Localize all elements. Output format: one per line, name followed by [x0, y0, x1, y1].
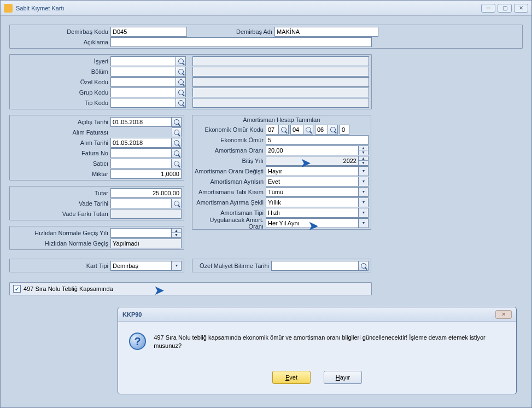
bitisyili-spinner[interactable]: ▲▼	[359, 156, 369, 166]
panel-amortization: Amortisman Hesap Tanımları Ekonomik Ömür…	[192, 115, 371, 230]
vadetarihi-input[interactable]	[110, 199, 172, 208]
search-icon	[330, 127, 336, 132]
amorttipi-dd[interactable]: ▾	[359, 208, 369, 218]
question-icon: ?	[129, 333, 146, 350]
search-icon	[178, 79, 184, 85]
miktar-input[interactable]	[110, 169, 182, 179]
search-icon	[281, 127, 287, 132]
panel-497: ✓ 497 Sıra Nolu Tebliğ Kapsamında	[9, 282, 372, 295]
ayrilsin-select[interactable]: Evet	[266, 177, 359, 186]
eok-label: Ekonomik Ömür Kodu	[195, 126, 266, 133]
alimfaturasi-lookup[interactable]	[172, 127, 182, 137]
karttipi-dd[interactable]: ▾	[172, 261, 182, 271]
hiznormyil-input[interactable]	[110, 228, 172, 238]
bolum-lookup-button[interactable]	[176, 67, 186, 77]
bolum-label: Bölüm	[12, 68, 110, 75]
acilistarihi-lookup[interactable]	[172, 117, 182, 127]
amorttipi-select[interactable]: Hızlı	[266, 208, 359, 218]
close-button[interactable]: ✕	[514, 4, 528, 13]
hiznormgecis-display: Yapılmadı	[110, 238, 182, 248]
amortoran-label: Amortisman Oranı	[195, 147, 266, 154]
amortoran-input[interactable]	[266, 145, 359, 155]
vadefarki-display	[110, 209, 182, 219]
tabikisim-label: Amortismana Tabi Kısım	[195, 189, 266, 195]
panel-identity: Demirbaş Kodu Demirbaş Adı Açıklama	[9, 25, 523, 49]
ayrilsin-dd[interactable]: ▾	[359, 177, 369, 186]
ozelmaliyet-lookup[interactable]	[359, 261, 369, 271]
grupkodu-lookup-button[interactable]	[176, 88, 186, 97]
eok2-lookup[interactable]	[303, 125, 313, 135]
uygoran-dd[interactable]: ▾	[359, 218, 369, 228]
search-icon	[306, 127, 311, 132]
arrow-annotation-icon: ➤	[308, 218, 319, 234]
chk-497[interactable]: ✓	[13, 285, 21, 293]
amortoran-spinner[interactable]: ▲▼	[359, 145, 369, 155]
ayirmasekli-select[interactable]: Yıllık	[266, 197, 359, 207]
orandeg-select[interactable]: Hayır	[266, 166, 359, 176]
isyeri-lookup-button[interactable]	[176, 56, 186, 66]
tipkodu-input[interactable]	[110, 98, 176, 108]
aciklama-input[interactable]	[110, 37, 372, 47]
no-button[interactable]: Hayır	[324, 371, 362, 384]
ozelkodu-display	[192, 77, 369, 87]
vadetarihi-lookup[interactable]	[172, 199, 182, 208]
orandeg-dd[interactable]: ▾	[359, 166, 369, 176]
eok2-input[interactable]	[290, 125, 303, 135]
maximize-button[interactable]: ▢	[498, 4, 512, 13]
chk-497-label: 497 Sıra Nolu Tebliğ Kapsamında	[24, 285, 113, 292]
miktar-label: Miktar	[12, 171, 110, 177]
dialog-titlebar: KKP90 ✕	[118, 307, 516, 322]
ozelkodu-lookup-button[interactable]	[176, 77, 186, 87]
karttipi-select[interactable]: Demirbaş	[110, 261, 172, 271]
ayirmasekli-dd[interactable]: ▾	[359, 197, 369, 207]
bitisyili-display	[266, 156, 359, 166]
search-icon	[178, 59, 184, 64]
search-icon	[361, 263, 366, 269]
isyeri-display	[192, 56, 369, 66]
bolum-input[interactable]	[110, 67, 176, 77]
search-icon	[174, 161, 179, 166]
demirbas-adi-input[interactable]	[274, 27, 378, 37]
grupkodu-input[interactable]	[110, 88, 176, 97]
alimtarihi-input[interactable]	[110, 138, 172, 148]
ozelkodu-input[interactable]	[110, 77, 176, 87]
eok1-input[interactable]	[266, 125, 279, 135]
faturano-input[interactable]	[110, 148, 172, 158]
dialog-close-button[interactable]: ✕	[495, 310, 512, 319]
tabikisim-select[interactable]: Tümü	[266, 187, 359, 197]
satici-lookup[interactable]	[172, 159, 182, 168]
ekoomur-input[interactable]	[266, 135, 369, 145]
dialog-title: KKP90	[122, 311, 495, 318]
ozelkodu-label: Özel Kodu	[12, 79, 110, 85]
ayirmasekli-label: Amortisman Ayırma Şekli	[195, 199, 266, 206]
app-icon	[4, 4, 13, 13]
eok3-input[interactable]	[315, 125, 328, 135]
alimtarihi-lookup[interactable]	[172, 138, 182, 148]
eok3-lookup[interactable]	[328, 125, 338, 135]
faturano-label: Fatura No	[12, 150, 110, 156]
bolum-display	[192, 67, 369, 77]
ekoomur-label: Ekonomik Ömür	[195, 137, 266, 143]
search-icon	[174, 150, 179, 156]
bitisyili-label: Bitiş Yılı	[195, 158, 266, 164]
search-icon	[174, 119, 179, 125]
faturano-lookup[interactable]	[172, 148, 182, 158]
demirbas-kodu-input[interactable]	[110, 27, 187, 37]
yes-button[interactable]: Evet	[272, 371, 311, 384]
isyeri-input[interactable]	[110, 56, 176, 66]
eok1-lookup[interactable]	[279, 125, 289, 135]
satici-input[interactable]	[110, 159, 172, 168]
grupkodu-label: Grup Kodu	[12, 89, 110, 96]
tutar-input[interactable]	[110, 188, 182, 198]
eok4-input[interactable]	[340, 125, 349, 135]
grupkodu-display	[192, 88, 369, 97]
tipkodu-lookup-button[interactable]	[176, 98, 186, 108]
panel-transition: Hızlıdan Normale Geçiş Yılı▲▼ Hızlıdan N…	[9, 226, 184, 250]
panel-location: İşyeri Bölüm Özel Kodu Gru	[9, 54, 372, 109]
acilistarihi-input[interactable]	[110, 117, 172, 127]
minimize-button[interactable]: ─	[481, 4, 495, 13]
hiznormyil-spinner[interactable]: ▲▼	[172, 228, 182, 238]
tabikisim-dd[interactable]: ▾	[359, 187, 369, 197]
ozelmaliyet-input[interactable]	[271, 261, 359, 271]
search-icon	[178, 90, 184, 95]
